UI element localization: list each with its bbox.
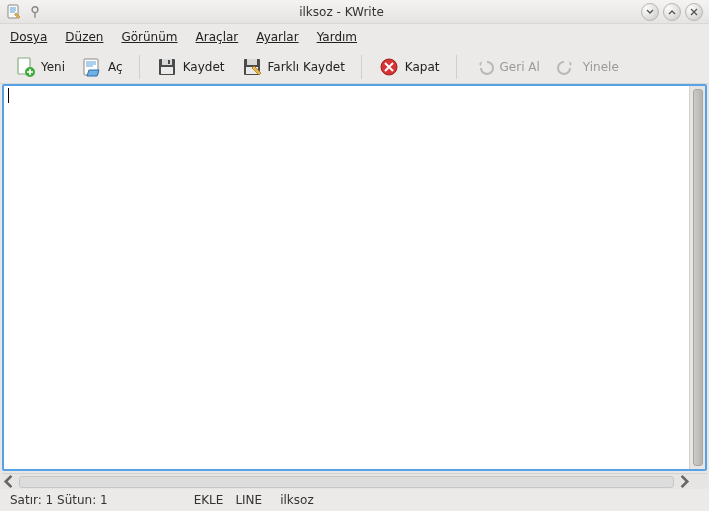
titlebar: ilksoz - KWrite bbox=[0, 0, 709, 24]
new-file-icon bbox=[14, 56, 36, 78]
menu-help[interactable]: Yardım bbox=[315, 27, 359, 47]
new-label: Yeni bbox=[41, 60, 65, 74]
svg-rect-7 bbox=[162, 59, 172, 65]
menu-view[interactable]: Görünüm bbox=[119, 27, 179, 47]
close-button[interactable] bbox=[685, 3, 703, 21]
toolbar-separator bbox=[139, 55, 140, 79]
redo-icon bbox=[556, 56, 578, 78]
window-title: ilksoz - KWrite bbox=[42, 5, 641, 19]
maximize-button[interactable] bbox=[663, 3, 681, 21]
status-insert-mode[interactable]: EKLE bbox=[194, 493, 224, 507]
close-icon bbox=[378, 56, 400, 78]
redo-label: Yinele bbox=[583, 60, 619, 74]
pin-icon[interactable] bbox=[28, 5, 42, 19]
status-filename: ilksoz bbox=[280, 493, 314, 507]
toolbar-separator bbox=[456, 55, 457, 79]
editor-body bbox=[4, 86, 705, 469]
horizontal-scroll-track[interactable] bbox=[19, 476, 674, 488]
text-editor[interactable] bbox=[4, 86, 689, 469]
scroll-corner bbox=[691, 474, 707, 489]
status-linecol: Satır: 1 Sütun: 1 bbox=[10, 493, 108, 507]
menubar: Dosya Düzen Görünüm Araçlar Ayarlar Yard… bbox=[0, 24, 709, 50]
svg-rect-9 bbox=[161, 67, 173, 74]
toolbar: Yeni Aç Kaydet bbox=[0, 50, 709, 84]
svg-rect-8 bbox=[168, 60, 170, 64]
status-line-mode: LINE bbox=[235, 493, 262, 507]
redo-button: Yinele bbox=[550, 53, 625, 81]
menu-edit[interactable]: Düzen bbox=[63, 27, 105, 47]
close-label: Kapat bbox=[405, 60, 440, 74]
menu-settings[interactable]: Ayarlar bbox=[254, 27, 300, 47]
text-cursor bbox=[8, 88, 9, 103]
open-button[interactable]: Aç bbox=[75, 53, 129, 81]
toolbar-separator bbox=[361, 55, 362, 79]
undo-label: Geri Al bbox=[500, 60, 540, 74]
undo-button: Geri Al bbox=[467, 53, 546, 81]
menu-file[interactable]: Dosya bbox=[8, 27, 49, 47]
open-file-icon bbox=[81, 56, 103, 78]
minimize-button[interactable] bbox=[641, 3, 659, 21]
undo-icon bbox=[473, 56, 495, 78]
scroll-right-arrow[interactable] bbox=[676, 475, 691, 489]
window-buttons bbox=[641, 3, 703, 21]
horizontal-scroll-row bbox=[2, 473, 707, 489]
open-label: Aç bbox=[108, 60, 123, 74]
svg-point-1 bbox=[32, 6, 38, 12]
app-icon bbox=[6, 4, 22, 20]
new-button[interactable]: Yeni bbox=[8, 53, 71, 81]
saveas-button[interactable]: Farklı Kaydet bbox=[235, 53, 351, 81]
save-button[interactable]: Kaydet bbox=[150, 53, 231, 81]
horizontal-scrollbar[interactable] bbox=[2, 474, 691, 489]
saveas-label: Farklı Kaydet bbox=[268, 60, 345, 74]
menu-tools[interactable]: Araçlar bbox=[194, 27, 241, 47]
save-icon bbox=[156, 56, 178, 78]
close-file-button[interactable]: Kapat bbox=[372, 53, 446, 81]
svg-rect-11 bbox=[247, 59, 257, 65]
vertical-scroll-thumb[interactable] bbox=[693, 89, 703, 466]
saveas-icon bbox=[241, 56, 263, 78]
scroll-left-arrow[interactable] bbox=[2, 475, 17, 489]
editor-frame bbox=[2, 84, 707, 471]
save-label: Kaydet bbox=[183, 60, 225, 74]
vertical-scrollbar[interactable] bbox=[689, 86, 705, 469]
statusbar: Satır: 1 Sütun: 1 EKLE LINE ilksoz bbox=[0, 489, 709, 511]
